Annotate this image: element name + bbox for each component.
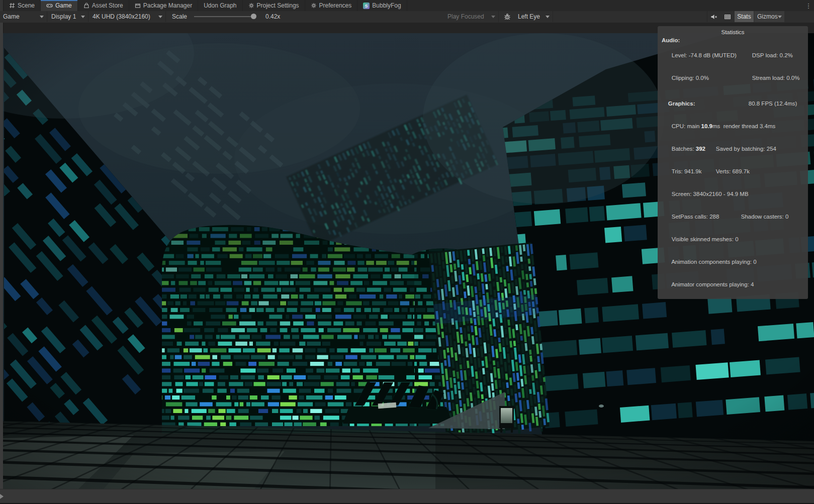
grid-toggle-button[interactable] <box>721 11 734 22</box>
resolution-dropdown[interactable]: 4K UHD (3840x2160) <box>89 11 166 22</box>
tab-label: Udon Graph <box>204 2 236 9</box>
grid-icon <box>9 3 15 9</box>
tab-udon-graph[interactable]: Udon Graph <box>198 0 242 11</box>
status-bar <box>0 489 814 504</box>
tab-scene[interactable]: Scene <box>4 0 41 11</box>
statistics-overlay: Statistics Audio: Level: -74.8 dB (MUTED… <box>658 26 808 299</box>
shopping-bag-icon <box>83 3 89 9</box>
game-view-toolbar: Game Display 1 4K UHD (3840x2160) Scale … <box>0 11 814 23</box>
svg-text:S: S <box>365 4 368 9</box>
tab-preferences[interactable]: Preferences <box>305 0 358 11</box>
tab-label: Game <box>55 2 72 9</box>
scale-value: 0.42x <box>262 11 288 22</box>
display-dropdown[interactable]: Display 1 <box>48 11 88 22</box>
chevron-down-icon <box>40 16 44 18</box>
chevron-down-icon <box>81 16 85 18</box>
stats-line-audio-level: Level: -74.8 dB (MUTED)DSP load: 0.2% <box>662 44 804 67</box>
tab-package-manager[interactable]: Package Manager <box>129 0 198 11</box>
shader-badge-icon: S <box>363 3 370 9</box>
tab-bar: Scene Game Asset Store Package Manager <box>0 0 814 11</box>
scale-label: Scale <box>169 11 192 22</box>
eye-select-dropdown[interactable]: Left Eye <box>515 11 553 22</box>
play-focused-dropdown[interactable]: Play Focused <box>444 11 499 22</box>
window-menu-button[interactable]: ⋮ <box>803 0 814 11</box>
package-icon <box>135 3 141 9</box>
stats-line-setpass: SetPass calls: 288Shadow casters: 0 <box>662 206 804 228</box>
tab-label: Package Manager <box>143 2 192 9</box>
tab-project-settings[interactable]: Project Settings <box>243 0 305 11</box>
speaker-muted-icon <box>710 14 717 20</box>
scale-slider[interactable] <box>193 11 259 22</box>
chevron-down-icon <box>158 16 162 18</box>
stats-line-tris-verts: Tris: 941.9kVerts: 689.7k <box>662 160 804 183</box>
tab-game[interactable]: Game <box>41 0 78 11</box>
tab-label: Preferences <box>319 2 352 9</box>
tab-label: Scene <box>18 2 35 9</box>
stats-title: Statistics <box>662 28 804 37</box>
mute-audio-button[interactable] <box>707 11 720 22</box>
foldout-triangle-icon <box>0 494 4 499</box>
chevron-down-icon <box>491 16 495 18</box>
stats-toggle-button[interactable]: Stats <box>735 11 754 22</box>
tab-bubblyfog[interactable]: S BubblyFog <box>357 0 407 11</box>
gizmos-dropdown[interactable]: Gizmos <box>754 11 784 22</box>
audio-section-header: Audio: <box>662 37 804 44</box>
gamepad-icon <box>46 3 53 9</box>
render-target-dropdown[interactable]: Game <box>0 11 47 22</box>
gear-icon <box>311 3 317 9</box>
tab-asset-store[interactable]: Asset Store <box>78 0 129 11</box>
stats-line-animation-components: Animation components playing: 0 <box>662 251 804 273</box>
stats-line-animator-components: Animator components playing: 4 <box>662 273 804 296</box>
dock-edge-sliver <box>0 0 4 11</box>
stats-line-screen: Screen: 3840x2160 - 94.9 MB <box>662 183 804 206</box>
graphics-section-header: Graphics:80.8 FPS (12.4ms) <box>662 92 804 115</box>
grid-icon <box>724 14 731 20</box>
tab-label: BubblyFog <box>372 2 401 9</box>
debug-bug-button[interactable] <box>501 11 514 22</box>
fps-value: 80.8 FPS (12.4ms) <box>749 100 797 107</box>
tab-label: Project Settings <box>257 2 299 9</box>
chevron-down-icon <box>546 16 550 18</box>
gear-icon <box>248 3 254 9</box>
stats-line-batches: Batches: 392Saved by batching: 254 <box>662 138 804 160</box>
slider-handle[interactable] <box>251 14 256 19</box>
bug-icon <box>504 13 511 20</box>
stats-line-audio-clipping: Clipping: 0.0%Stream load: 0.0% <box>662 67 804 89</box>
slider-track[interactable] <box>194 16 253 17</box>
stats-line-skinned-meshes: Visible skinned meshes: 0 <box>662 228 804 251</box>
stats-line-cpu: CPU: main 10.9ms render thread 3.4ms <box>662 115 804 138</box>
tab-label: Asset Store <box>92 2 123 9</box>
chevron-down-icon <box>778 16 782 18</box>
